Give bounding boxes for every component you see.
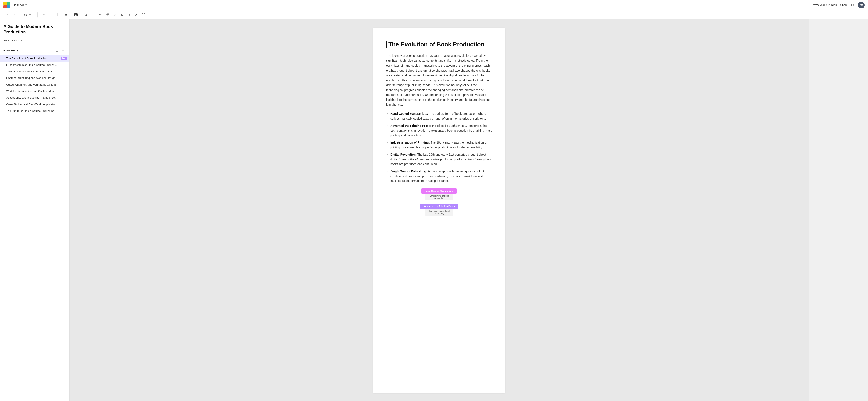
upload-icon-button[interactable] [54,47,60,53]
toolbar-divider-3 [71,13,71,17]
book-title: A Guide to Modern Book Production [0,20,69,37]
strikethrough-button[interactable]: ab [119,12,125,18]
undo-button[interactable]: ↩ [3,12,10,18]
ordered-list-button[interactable]: 123 [48,12,55,18]
top-nav: Dashboard Preview and Publish Share ⚙ DM [0,0,868,10]
list-item-1: Advent of the Printing Press: Introduced… [386,124,492,138]
chapter-item-0[interactable]: ⠿The Evolution of Book ProductionDM [0,55,69,62]
drag-handle[interactable]: ⠿ [3,77,4,79]
share-button[interactable]: Share [840,3,848,6]
svg-rect-18 [65,14,67,15]
svg-point-15 [57,14,58,15]
chapter-item-1[interactable]: ⠿Fundamentals of Single-Source Publishi.… [0,62,69,68]
drag-handle[interactable]: ⠿ [3,96,4,99]
key-points-list: Hand-Copied Manuscripts: The earliest fo… [386,111,492,183]
svg-rect-3 [3,5,7,8]
chapter-item-7[interactable]: ⠿Case Studies and Real-World Applicatio.… [0,101,69,107]
svg-rect-4 [7,5,10,8]
toolbar: ↩ ↪ Title ▾ “” 123 B I <> U ab ✕ [0,10,868,20]
bold-button[interactable]: B [83,12,89,18]
book-body-section: Book Body + [0,45,69,55]
drag-handle[interactable]: ⠿ [3,103,4,106]
redo-button[interactable]: ↪ [10,12,17,18]
chapter-label: The Evolution of Book Production [6,57,59,60]
chapter-label: Case Studies and Real-World Applicatio..… [6,103,67,106]
app-logo[interactable] [3,2,10,8]
svg-marker-21 [64,14,65,15]
svg-rect-1 [3,2,7,5]
preview-publish-button[interactable]: Preview and Publish [812,3,837,6]
unordered-list-button[interactable] [56,12,62,18]
drag-handle[interactable]: ⠿ [3,64,4,66]
svg-point-23 [75,14,76,14]
code-button[interactable]: <> [97,12,103,18]
chapter-label: Tools and Technologies for HTML-Base... [6,70,67,73]
drag-handle[interactable]: ⠿ [3,83,4,86]
svg-rect-13 [58,16,60,16]
diagram-sub-1: Earliest form of bookproduction [425,194,453,200]
diagram-node-2: Advent of the Printing Press [420,204,458,209]
svg-rect-11 [58,13,60,14]
doc-page: The Evolution of Book Production The jou… [373,28,505,393]
svg-rect-12 [58,14,60,15]
search-replace-button[interactable] [126,12,132,18]
metadata-link[interactable]: Book Metadata [0,37,69,44]
add-chapter-button[interactable]: + [60,47,66,53]
avatar[interactable]: DM [858,2,865,8]
diagram-connector-1 [439,200,439,204]
svg-rect-2 [7,2,10,5]
section-title: Book Body [3,49,54,52]
doc-area: The Evolution of Book Production The jou… [69,20,809,401]
drag-handle[interactable]: ⠿ [3,109,4,112]
chapter-item-2[interactable]: ⠿Tools and Technologies for HTML-Base... [0,68,69,75]
drag-handle[interactable]: ⠿ [3,90,4,93]
drag-handle[interactable]: ⠿ [3,70,4,73]
diagram-area: Hand-Copied Manuscripts Earliest form of… [386,189,492,215]
right-actions: Preview and Publish Share ⚙ DM [812,2,865,8]
outdent-button[interactable] [63,12,69,18]
link-button[interactable] [104,12,111,18]
toolbar-divider-2 [39,13,39,17]
italic-button[interactable]: I [90,12,96,18]
chapter-item-5[interactable]: ⠿Workflow Automation and Content Man... [0,88,69,94]
dashboard-link[interactable]: Dashboard [13,3,27,7]
list-item-0: Hand-Copied Manuscripts: The earliest fo… [386,111,492,121]
chapter-label: Accessibility and Inclusivity in Single-… [6,96,67,99]
svg-rect-17 [64,13,67,14]
chapter-label: Fundamentals of Single-Source Publishi..… [6,63,67,66]
svg-rect-5 [51,13,53,14]
list-item-2: Industrialization of Printing: The 19th … [386,140,492,150]
toolbar-divider-1 [19,13,19,17]
fullscreen-button[interactable] [140,12,147,18]
chevron-down-icon: ▾ [29,13,36,16]
chapter-item-3[interactable]: ⠿Content Structuring and Modular Design [0,75,69,81]
diagram-sub-2: 15th century innovation byGutenberg [425,209,454,215]
diagram-node-1: Hand-Copied Manuscripts [421,189,457,194]
main-area: A Guide to Modern Book Production Book M… [0,20,868,401]
magic-button[interactable]: ✕ [133,12,140,18]
drag-handle[interactable]: ⠿ [3,57,4,60]
chapter-label: Output Channels and Formatting Options [6,83,67,86]
svg-text:3: 3 [50,15,51,16]
sidebar: A Guide to Modern Book Production Book M… [0,20,69,401]
svg-point-25 [128,14,129,15]
blockquote-button[interactable]: “” [41,12,48,18]
svg-rect-19 [65,15,67,16]
settings-icon[interactable]: ⚙ [851,3,855,7]
list-item-4: Single Source Publishing: A modern appro… [386,169,492,183]
chapter-item-6[interactable]: ⠿Accessibility and Inclusivity in Single… [0,94,69,101]
list-item-3: Digital Revolution: The late 20th and ea… [386,152,492,166]
chapter-item-4[interactable]: ⠿Output Channels and Formatting Options [0,81,69,88]
chapter-label: The Future of Single-Source Publishing [6,109,67,112]
dm-badge: DM [61,57,67,60]
evolution-diagram: Hand-Copied Manuscripts Earliest form of… [420,189,458,215]
chapter-item-8[interactable]: ⠿The Future of Single-Source Publishing [0,107,69,114]
image-button[interactable] [73,12,79,18]
svg-rect-7 [51,16,53,16]
svg-point-14 [57,13,58,14]
underline-button[interactable]: U [112,12,118,18]
intro-paragraph[interactable]: The journey of book production has been … [386,53,492,107]
chapter-title: The Evolution of Book Production [386,41,492,48]
chapter-label: Content Structuring and Modular Design [6,76,67,79]
style-select[interactable]: Title ▾ [21,12,37,18]
